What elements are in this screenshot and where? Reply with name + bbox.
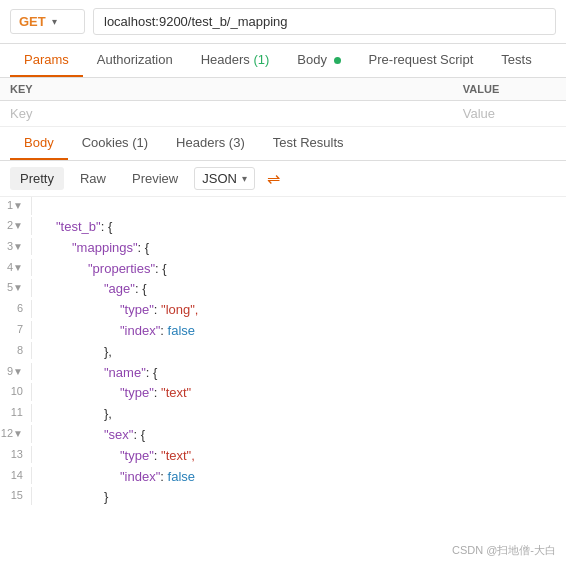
line-number: 6 (0, 300, 32, 318)
code-line: 12▼"sex": { (0, 425, 566, 446)
code-content: "test_b": { (40, 217, 112, 238)
code-content: "age": { (40, 279, 147, 300)
line-number: 13 (0, 446, 32, 464)
line-number: 7 (0, 321, 32, 339)
format-label: JSON (202, 171, 237, 186)
line-number: 9▼ (0, 363, 32, 381)
params-row: Key Value (0, 101, 566, 127)
code-content: }, (40, 342, 112, 363)
format-bar: Pretty Raw Preview JSON ▾ ⇌ (0, 161, 566, 197)
preview-button[interactable]: Preview (122, 167, 188, 190)
code-line: 4▼"properties": { (0, 259, 566, 280)
tab-response-body[interactable]: Body (10, 127, 68, 160)
line-number: 2▼ (0, 217, 32, 235)
key-cell[interactable]: Key (0, 101, 453, 127)
top-tabs: Params Authorization Headers (1) Body Pr… (0, 44, 566, 78)
tab-pre-request[interactable]: Pre-request Script (355, 44, 488, 77)
code-line: 6 "type": "long", (0, 300, 566, 321)
line-number: 3▼ (0, 238, 32, 256)
code-content: }, (40, 404, 112, 425)
code-viewer[interactable]: 1▼2▼"test_b": {3▼"mappings": {4▼"propert… (0, 197, 566, 507)
tab-test-results[interactable]: Test Results (259, 127, 358, 160)
line-number: 1▼ (0, 197, 32, 215)
line-number: 14 (0, 467, 32, 485)
code-line: 8 }, (0, 342, 566, 363)
code-line: 1▼ (0, 197, 566, 217)
code-line: 7 "index": false (0, 321, 566, 342)
method-label: GET (19, 14, 46, 29)
value-column-header: VALUE (453, 78, 566, 101)
value-cell[interactable]: Value (453, 101, 566, 127)
code-content: "mappings": { (40, 238, 149, 259)
format-selector[interactable]: JSON ▾ (194, 167, 255, 190)
tab-params[interactable]: Params (10, 44, 83, 77)
pretty-button[interactable]: Pretty (10, 167, 64, 190)
raw-button[interactable]: Raw (70, 167, 116, 190)
method-selector[interactable]: GET ▾ (10, 9, 85, 34)
tab-cookies[interactable]: Cookies (1) (68, 127, 162, 160)
line-number: 10 (0, 383, 32, 401)
tab-tests[interactable]: Tests (487, 44, 545, 77)
bottom-tabs: Body Cookies (1) Headers (3) Test Result… (0, 127, 566, 161)
code-line: 2▼"test_b": { (0, 217, 566, 238)
params-table: KEY VALUE Key Value (0, 78, 566, 127)
code-content: "type": "text", (40, 446, 195, 467)
line-number: 15 (0, 487, 32, 505)
line-number: 11 (0, 404, 32, 422)
wrap-icon[interactable]: ⇌ (267, 169, 280, 188)
code-content: "sex": { (40, 425, 145, 446)
tab-response-headers[interactable]: Headers (3) (162, 127, 259, 160)
fold-toggle-icon[interactable]: ▼ (13, 220, 23, 231)
method-chevron-icon: ▾ (52, 16, 57, 27)
code-content: "index": false (40, 321, 195, 342)
watermark: CSDN @扫地僧-大白 (452, 543, 556, 558)
code-content: "type": "text" (40, 383, 191, 404)
code-line: 14 "index": false (0, 467, 566, 488)
code-line: 9▼"name": { (0, 363, 566, 384)
line-number: 5▼ (0, 279, 32, 297)
fold-toggle-icon[interactable]: ▼ (13, 282, 23, 293)
code-line: 11 }, (0, 404, 566, 425)
tab-authorization[interactable]: Authorization (83, 44, 187, 77)
line-number: 8 (0, 342, 32, 360)
fold-toggle-icon[interactable]: ▼ (13, 241, 23, 252)
code-content: } (40, 487, 108, 507)
code-content: "name": { (40, 363, 157, 384)
url-input[interactable] (93, 8, 556, 35)
code-line: 13 "type": "text", (0, 446, 566, 467)
code-line: 5▼"age": { (0, 279, 566, 300)
fold-toggle-icon[interactable]: ▼ (13, 366, 23, 377)
code-content: "index": false (40, 467, 195, 488)
code-content: "properties": { (40, 259, 167, 280)
format-chevron-icon: ▾ (242, 173, 247, 184)
code-line: 10 "type": "text" (0, 383, 566, 404)
line-number: 12▼ (0, 425, 32, 443)
code-line: 15 } (0, 487, 566, 507)
url-bar: GET ▾ (0, 0, 566, 44)
fold-toggle-icon[interactable]: ▼ (13, 262, 23, 273)
key-column-header: KEY (0, 78, 453, 101)
code-line: 3▼"mappings": { (0, 238, 566, 259)
line-number: 4▼ (0, 259, 32, 277)
code-content: "type": "long", (40, 300, 198, 321)
fold-toggle-icon[interactable]: ▼ (13, 200, 23, 211)
tab-body[interactable]: Body (283, 44, 354, 77)
fold-toggle-icon[interactable]: ▼ (13, 428, 23, 439)
app-container: GET ▾ Params Authorization Headers (1) B… (0, 0, 566, 564)
tab-headers[interactable]: Headers (1) (187, 44, 284, 77)
